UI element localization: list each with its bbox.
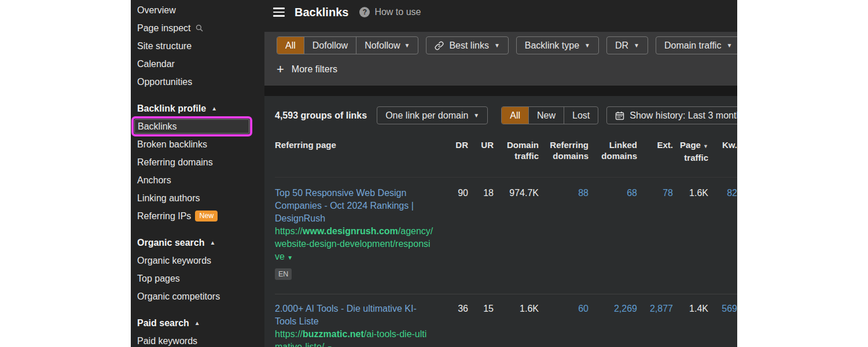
linked-domains-link[interactable]: 2,269 [589,302,637,315]
chevron-up-icon: ▲ [211,99,217,117]
backlinks-table-section: 4,593 groups of links One link per domai… [264,96,737,347]
follow-segmented-control: All Dofollow Nofollow ▼ [277,36,418,54]
sidebar-item-organic-competitors[interactable]: Organic competitors [131,287,264,305]
sidebar-item-label: Top pages [137,270,180,287]
button-label: Best links [449,40,488,51]
history-tab-new[interactable]: New [528,107,564,124]
sidebar-item-linking-authors[interactable]: Linking authors [131,189,264,207]
sidebar: Overview Page inspect Site structure Cal… [131,0,264,347]
referring-page-url-link[interactable]: https://buzzmatic.net/ai-tools-die-ultim… [275,328,433,347]
url-expand-icon[interactable]: ▼ [327,345,333,347]
kw-link[interactable]: 569 [708,302,737,315]
table-controls: 4,593 groups of links One link per domai… [275,106,727,124]
column-header-referring-page[interactable]: Referring page [275,139,448,150]
filter-tab-all[interactable]: All [277,37,304,54]
group-mode-select[interactable]: One link per domain ▼ [377,106,488,124]
chevron-down-icon: ▼ [473,113,479,119]
referring-domains-link[interactable]: 88 [539,187,589,200]
column-header-page-traffic[interactable]: Page ▼ traffic [673,139,708,163]
sidebar-section-paid-search[interactable]: Paid search ▲ [131,314,264,332]
history-tab-lost[interactable]: Lost [564,107,598,124]
dr-filter-button[interactable]: DR ▼ [606,36,648,54]
sidebar-item-label: Linking authors [137,189,200,207]
sidebar-item-anchors[interactable]: Anchors [131,171,264,189]
section-title: Paid search [137,314,189,332]
table-header-row: Referring page DR UR Domain traffic Refe… [275,139,737,178]
sidebar-item-opportunities[interactable]: Opportunities [131,73,264,91]
sidebar-item-calendar[interactable]: Calendar [131,55,264,73]
sidebar-item-broken-backlinks[interactable]: Broken backlinks [131,135,264,153]
filter-tab-dofollow[interactable]: Dofollow [304,37,356,54]
column-header-ur[interactable]: UR [468,139,494,150]
filter-tab-nofollow[interactable]: Nofollow ▼ [356,37,418,54]
column-header-linked-domains[interactable]: Linked domains [589,139,637,161]
filter-panel: All Dofollow Nofollow ▼ [264,32,737,86]
table-row: Top 50 Responsive Web Design Companies -… [275,178,737,294]
column-header-label: traffic [673,152,708,163]
backlink-type-button[interactable]: Backlink type ▼ [516,36,599,54]
column-header-label: Page [680,140,701,150]
show-history-button[interactable]: Show history: Last 3 months [606,106,737,124]
referring-page-title-link[interactable]: 2.000+ AI Tools - Die ultimative KI-Tool… [275,302,433,328]
history-tab-all[interactable]: All [502,107,528,124]
best-links-button[interactable]: Best links ▼ [426,36,508,54]
more-filters-button[interactable]: + More filters [277,63,737,76]
plus-icon: + [277,63,284,76]
linked-domains-link[interactable]: 68 [589,187,637,200]
button-label: DR [615,40,628,51]
button-label: More filters [292,64,337,75]
button-label: Show history: Last 3 months [630,110,737,121]
column-header-ext[interactable]: Ext. [637,139,673,150]
sidebar-section-backlink-profile[interactable]: Backlink profile ▲ [131,99,264,117]
tab-label: All [285,37,296,54]
sidebar-item-label: Backlinks [138,120,177,133]
new-badge: New [195,211,218,222]
kw-link[interactable]: 82 [708,187,737,200]
column-header-domain-traffic[interactable]: Domain traffic [494,139,539,161]
page-traffic-value: 1.4K [673,302,708,315]
column-header-kw[interactable]: Kw. [708,139,737,150]
column-header-dr[interactable]: DR [448,139,468,150]
referring-page-url-link[interactable]: https://www.designrush.com/agency/websit… [275,225,433,264]
referring-page-cell: Top 50 Responsive Web Design Companies -… [275,187,448,280]
chevron-up-icon: ▲ [210,234,216,252]
column-header-referring-domains[interactable]: Referring domains [539,139,589,161]
ext-link[interactable]: 2,877 [637,302,673,315]
sidebar-item-label: Paid keywords [137,332,197,347]
history-segmented-control: All New Lost [501,106,598,124]
sidebar-item-overview[interactable]: Overview [131,1,264,19]
tab-label: All [510,107,520,124]
link-icon [435,41,444,50]
chevron-down-icon: ▼ [494,43,500,49]
calendar-icon [615,111,624,120]
referring-page-title-link[interactable]: Top 50 Responsive Web Design Companies -… [275,187,433,225]
tab-label: Lost [572,107,590,124]
button-label: Domain traffic [664,40,721,51]
domain-traffic-filter-button[interactable]: Domain traffic ▼ [656,36,737,54]
tab-label: Nofollow [365,37,400,54]
url-domain: buzzmatic.net [303,329,364,339]
sidebar-item-organic-keywords[interactable]: Organic keywords [131,252,264,270]
sidebar-item-referring-domains[interactable]: Referring domains [131,153,264,171]
ur-value: 15 [468,302,494,315]
sidebar-item-backlinks[interactable]: Backlinks [134,119,249,134]
section-title: Organic search [137,234,205,252]
sidebar-item-site-structure[interactable]: Site structure [131,37,264,55]
menu-hamburger-icon[interactable] [273,8,285,17]
sidebar-item-paid-keywords[interactable]: Paid keywords [131,332,264,347]
referring-domains-link[interactable]: 60 [539,302,589,315]
sidebar-item-top-pages[interactable]: Top pages [131,270,264,287]
how-to-use-link[interactable]: ? How to use [359,7,421,17]
chevron-down-icon: ▼ [404,43,410,49]
sidebar-item-label: Referring IPs [137,207,191,225]
results-count: 4,593 groups of links [275,110,367,121]
sidebar-item-referring-ips[interactable]: Referring IPs New [131,207,264,225]
sidebar-item-label: Anchors [137,171,171,189]
ext-link[interactable]: 78 [637,187,673,200]
chevron-up-icon: ▲ [194,314,200,332]
url-expand-icon[interactable]: ▼ [287,254,293,261]
tab-label: Dofollow [312,37,348,54]
sidebar-section-organic-search[interactable]: Organic search ▲ [131,234,264,252]
sidebar-item-page-inspect[interactable]: Page inspect [131,19,264,37]
url-domain: www.designrush.com [303,226,398,236]
